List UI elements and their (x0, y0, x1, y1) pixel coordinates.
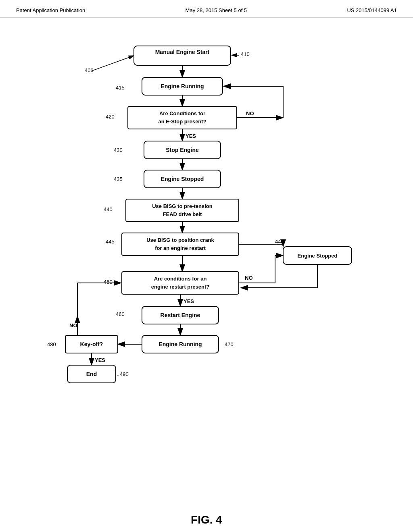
header-left: Patent Application Publication (16, 7, 85, 13)
header-center: May 28, 2015 Sheet 5 of 5 (186, 7, 247, 13)
svg-text:Are conditions for an: Are conditions for an (154, 276, 207, 282)
svg-text:440: 440 (104, 206, 113, 212)
svg-text:YES: YES (184, 298, 194, 304)
page-header: Patent Application Publication May 28, 2… (0, 0, 413, 18)
svg-rect-12 (128, 106, 237, 129)
svg-text:Engine Running: Engine Running (161, 83, 204, 89)
svg-text:YES: YES (95, 357, 105, 363)
svg-text:Engine Running: Engine Running (159, 341, 202, 347)
svg-text:Manual Engine Start: Manual Engine Start (155, 49, 210, 55)
svg-text:FEAD drive belt: FEAD drive belt (163, 211, 202, 217)
svg-text:Stop Engine: Stop Engine (166, 147, 199, 153)
svg-text:420: 420 (106, 114, 115, 120)
svg-rect-45 (122, 272, 239, 294)
svg-line-6 (92, 56, 134, 71)
svg-rect-35 (122, 233, 239, 256)
svg-text:400: 400 (85, 67, 94, 73)
fig-label: FIG. 4 (0, 513, 413, 526)
svg-text:470: 470 (225, 341, 234, 347)
svg-text:NO: NO (69, 322, 77, 328)
svg-text:End: End (86, 371, 97, 377)
svg-text:460: 460 (116, 311, 125, 317)
svg-text:415: 415 (116, 85, 125, 91)
svg-rect-30 (126, 199, 239, 222)
svg-text:an E-Stop present?: an E-Stop present? (158, 118, 206, 125)
svg-text:Are Conditions for: Are Conditions for (159, 110, 205, 116)
svg-text:Engine Stopped: Engine Stopped (161, 176, 204, 182)
svg-text:for an engine restart: for an engine restart (155, 245, 206, 251)
svg-text:Use BISG to position crank: Use BISG to position crank (146, 237, 214, 243)
svg-text:Key-off?: Key-off? (80, 341, 103, 347)
svg-text:450: 450 (104, 279, 113, 285)
svg-text:Use BISG to pre-tension: Use BISG to pre-tension (152, 203, 213, 209)
svg-text:NO: NO (246, 110, 254, 116)
svg-text:engine restart present?: engine restart present? (151, 284, 210, 290)
svg-text:430: 430 (114, 147, 123, 153)
svg-text:435: 435 (114, 176, 123, 182)
svg-text:410: 410 (241, 51, 250, 57)
svg-text:NO: NO (245, 275, 253, 281)
svg-text:Engine Stopped: Engine Stopped (298, 253, 338, 259)
header-right: US 2015/0144099 A1 (347, 7, 397, 13)
diagram-container: Manual Engine Start 410 400 Engine Runni… (0, 18, 413, 532)
svg-text:445: 445 (106, 239, 115, 245)
svg-text:480: 480 (47, 341, 56, 347)
svg-text:Restart Engine: Restart Engine (161, 312, 200, 318)
svg-text:490: 490 (120, 371, 129, 377)
svg-text:YES: YES (186, 133, 196, 139)
svg-text:448: 448 (275, 239, 284, 245)
